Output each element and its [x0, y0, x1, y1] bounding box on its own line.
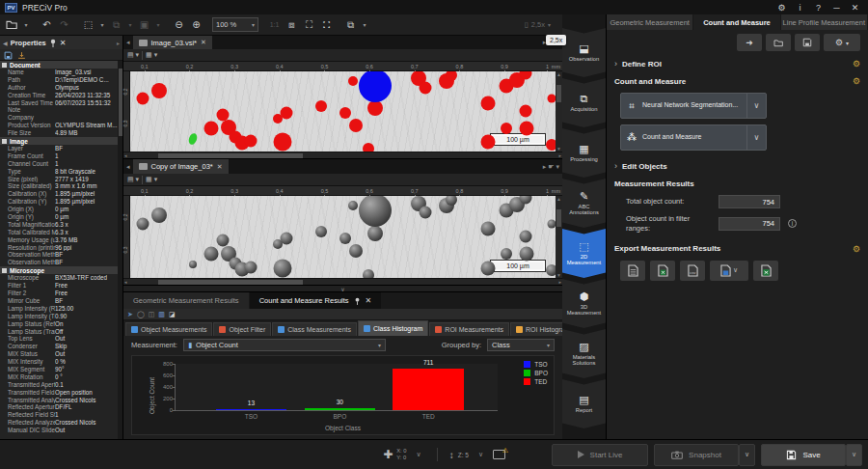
export-doc-button[interactable]: [620, 261, 645, 281]
minimize-icon[interactable]: ─: [828, 3, 845, 13]
image-mode-icon-2[interactable]: ▦ ▾: [146, 176, 157, 183]
inner-tab-object-measurements[interactable]: Object Measurements: [125, 322, 212, 336]
property-section-header[interactable]: Image: [0, 137, 118, 145]
info-icon[interactable]: i: [792, 3, 808, 13]
save-results-icon[interactable]: ▥: [158, 311, 165, 318]
inner-tab-object-filter[interactable]: Object Filter: [213, 322, 271, 336]
selection-chevron-icon[interactable]: ▾: [97, 16, 107, 33]
export-excel-button[interactable]: [650, 261, 675, 281]
define-roi-section[interactable]: › Define ROI ⚙: [607, 55, 868, 72]
start-live-button[interactable]: Start Live: [552, 444, 648, 466]
copy-results-icon[interactable]: ◫: [149, 311, 155, 318]
zoom-out-button[interactable]: ⊖: [171, 16, 187, 33]
fit-selection-button[interactable]: ⛶: [301, 16, 317, 33]
tab-line-profile-measurement[interactable]: Line Profile Measurement: [781, 14, 867, 30]
layer-select-icon-2[interactable]: ▤ ▾: [127, 176, 139, 183]
nav-item-processing[interactable]: ▦Processing: [562, 128, 606, 178]
more-settings-button[interactable]: ⚙▾: [824, 34, 860, 51]
cm-chevron-icon[interactable]: ∨: [746, 125, 766, 150]
open-file-button[interactable]: [4, 16, 20, 33]
property-section-header[interactable]: Document: [0, 61, 118, 69]
nav-item-2d-measurement[interactable]: ⬚2D Measurement: [562, 229, 606, 278]
inner-tab-class-measurements[interactable]: Class Measurements: [272, 322, 357, 336]
export-workbook-button[interactable]: [753, 261, 778, 281]
save-settings-icon[interactable]: [795, 34, 820, 51]
viewer2-tools[interactable]: ▸ ☛ ▾: [540, 159, 562, 174]
tab-scroll-left-icon-2[interactable]: ◂: [123, 159, 133, 174]
nav-item-materials-solutions[interactable]: ▨Materials Solutions: [562, 329, 606, 378]
stage-z-chevron-icon[interactable]: ∨: [475, 451, 487, 458]
tab-copy-of-image-03[interactable]: Copy of Image_03* ✕: [133, 159, 229, 174]
load-settings-icon[interactable]: [766, 34, 791, 51]
nav-item-3d-measurement[interactable]: ⬢3D Measurement: [562, 279, 606, 328]
tab-scroll-left-icon[interactable]: ◂: [123, 36, 133, 49]
export-image-icon[interactable]: ◪: [169, 311, 176, 318]
export-gear-icon[interactable]: ⚙: [853, 244, 860, 254]
viewer2-hscroll[interactable]: ◂▸: [123, 278, 562, 285]
panel-collapse-icon[interactable]: ◀: [3, 40, 8, 46]
close-tab-icon[interactable]: ✕: [201, 39, 206, 46]
layers-chevron-icon[interactable]: ▾: [360, 16, 369, 33]
close-panel-icon[interactable]: ✕: [60, 39, 67, 47]
inner-tab-roi-measurements[interactable]: ROI Measurements: [429, 322, 509, 336]
tab-geometric-results[interactable]: Geometric Measurement Results: [123, 292, 249, 309]
tab-count-and-measure[interactable]: Count and Measure: [693, 14, 779, 30]
nav-item-observation[interactable]: ⬓Observation: [562, 28, 606, 77]
objective-indicator[interactable]: ▯ 2,5x ▾: [525, 20, 558, 29]
pointer-tool-icon[interactable]: ➤: [127, 311, 133, 318]
export-settings-icon[interactable]: ➜: [737, 34, 762, 51]
copy-chevron-icon[interactable]: ▾: [125, 16, 135, 33]
tab-geometric-measurement[interactable]: Geometric Measurement: [607, 14, 692, 30]
define-roi-gear-icon[interactable]: ⚙: [853, 59, 860, 69]
fullscreen-button[interactable]: ⛚: [318, 16, 335, 33]
copy-button[interactable]: ⧉: [108, 16, 124, 33]
fit-to-window-button[interactable]: ⧈: [284, 16, 300, 33]
save-button[interactable]: Save: [761, 444, 846, 466]
redo-button[interactable]: ↷: [56, 16, 72, 33]
nn-chevron-icon[interactable]: ∨: [746, 94, 766, 118]
close-icon[interactable]: ✕: [847, 3, 863, 13]
snapshot-button[interactable]: Snapshot: [654, 444, 739, 466]
nav-item-report[interactable]: ▤Report: [562, 379, 606, 428]
paste-chevron-icon[interactable]: ▾: [153, 16, 163, 33]
stage-z-control[interactable]: ↕ Z: 5: [449, 450, 469, 460]
viewer2-vscroll[interactable]: ▲▼: [556, 196, 562, 278]
open-file-chevron-icon[interactable]: ▾: [21, 16, 31, 33]
neural-network-segmentation-button[interactable]: ⌗ Neural Network Segmentation... ∨: [620, 93, 767, 119]
layer-select-icon[interactable]: ▤ ▾: [127, 51, 139, 59]
pin-icon[interactable]: [354, 297, 361, 305]
settings-gear-icon[interactable]: ⚙: [773, 3, 790, 13]
measurement-select[interactable]: ▮Object Count ▾: [183, 339, 386, 351]
refresh-icon[interactable]: ◯: [137, 311, 145, 318]
pin-icon[interactable]: [49, 39, 57, 47]
snapshot-chevron-icon[interactable]: ∨: [739, 444, 755, 466]
nav-item-abc-annotations[interactable]: ✎ABC Annotations: [562, 179, 606, 228]
property-section-header[interactable]: Microscope: [0, 266, 118, 274]
inner-tab-roi-histogram[interactable]: ROI Histogram: [510, 322, 562, 336]
results-collapse-handle[interactable]: ∨: [123, 285, 562, 291]
viewer1-vscroll[interactable]: ▲▼: [556, 71, 562, 152]
count-measure-gear-icon[interactable]: ⚙: [853, 76, 860, 86]
specimen-image-1[interactable]: 100 µm: [130, 71, 556, 152]
close-results-icon[interactable]: ✕: [366, 296, 372, 305]
tab-count-measure-results[interactable]: Count and Measure Results ✕: [250, 292, 382, 309]
export-report-button[interactable]: ∨: [710, 261, 748, 281]
stage-xy-control[interactable]: ✚ X: 0 Y: 0: [383, 448, 406, 461]
save-properties-icon[interactable]: [3, 50, 14, 60]
specimen-image-2[interactable]: 100 µm: [130, 196, 556, 278]
undo-button[interactable]: ↶: [39, 16, 55, 33]
nav-item-acquisition[interactable]: ⧉Acquisition: [562, 78, 606, 127]
inner-tab-class-histogram[interactable]: Class Histogram: [358, 320, 428, 336]
actual-size-button[interactable]: 1:1: [266, 16, 283, 33]
properties-scrollbar[interactable]: [118, 61, 122, 439]
image-mode-icon[interactable]: ▦ ▾: [146, 51, 157, 59]
zoom-level-select[interactable]: 100 %▾: [212, 17, 258, 32]
count-and-measure-button[interactable]: ⁂ Count and Measure ∨: [620, 124, 767, 151]
display-warning-icon[interactable]: ⚠: [493, 450, 505, 459]
help-icon[interactable]: ?: [810, 3, 827, 13]
paste-button[interactable]: ▣: [136, 16, 152, 33]
zoom-in-button[interactable]: ⊕: [188, 16, 204, 33]
panel-expand-icon[interactable]: ▸: [117, 40, 120, 46]
tab-image-03[interactable]: Image_03.vsi* ✕: [133, 36, 212, 49]
info-icon[interactable]: i: [788, 219, 797, 228]
